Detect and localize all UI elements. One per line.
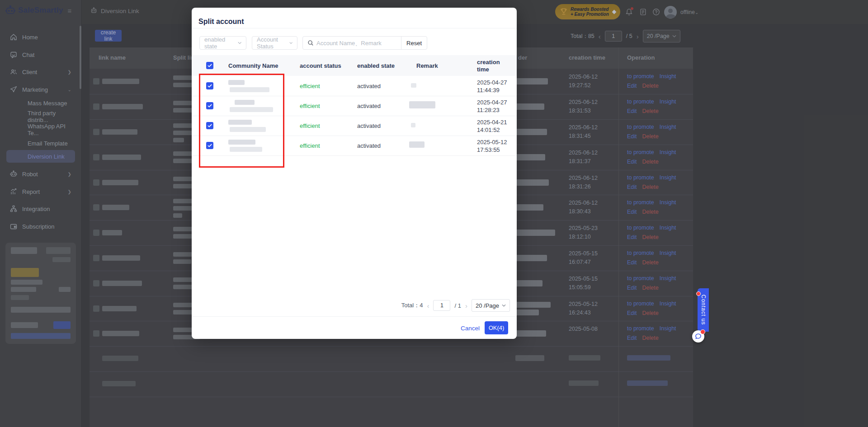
redacted-remark <box>409 101 435 108</box>
creation-time: 2025-05-1217:53:55 <box>477 138 507 154</box>
enabled-state: activated <box>357 83 381 89</box>
chat-icon <box>695 333 702 340</box>
split-account-modal: Split account enabled state Account Stat… <box>192 8 517 339</box>
divider <box>192 316 517 317</box>
search-input[interactable] <box>314 40 401 47</box>
page-size-select[interactable]: 20 /Page <box>472 299 510 312</box>
col-enabled-state: enabled state <box>357 62 395 69</box>
account-status: efficient <box>300 142 320 149</box>
redacted-remark <box>411 123 415 127</box>
prev-page-icon[interactable]: ‹ <box>427 302 429 309</box>
divider <box>192 28 517 28</box>
enabled-state: activated <box>357 103 381 109</box>
col-account-status: account status <box>300 62 341 69</box>
search-box: Reset <box>302 36 427 50</box>
cancel-button[interactable]: Cancel <box>458 324 482 332</box>
chevron-down-icon <box>238 42 241 44</box>
col-community-name: Community Name <box>228 62 278 69</box>
modal-pagination: Total：4 ‹ / 1 › 20 /Page <box>401 299 510 312</box>
select-placeholder: enabled state <box>204 36 238 50</box>
enabled-state-select[interactable]: enabled state <box>199 36 246 50</box>
ok-button[interactable]: OK(4) <box>485 321 508 334</box>
account-status: efficient <box>300 83 320 89</box>
highlight-rectangle <box>199 74 284 168</box>
chat-notification-dot <box>700 329 705 334</box>
select-placeholder: Account Status <box>257 36 289 50</box>
account-status-select[interactable]: Account Status <box>252 36 297 50</box>
total-label: Total：4 <box>401 301 423 310</box>
select-all-checkbox[interactable] <box>206 62 213 69</box>
col-remark: Remark <box>416 62 438 69</box>
search-icon <box>303 40 314 46</box>
account-status: efficient <box>300 103 320 109</box>
enabled-state: activated <box>357 122 381 129</box>
creation-time: 2025-04-2114:01:52 <box>477 118 507 134</box>
chevron-down-icon <box>502 304 506 307</box>
contact-notification-dot <box>696 291 701 296</box>
col-creation-time: creation time <box>477 59 506 73</box>
modal-title: Split account <box>198 18 244 26</box>
check-icon <box>208 64 212 67</box>
account-status: efficient <box>300 122 320 129</box>
redacted-remark <box>409 141 425 148</box>
redacted-remark <box>411 83 416 88</box>
enabled-state: activated <box>357 142 381 149</box>
chevron-down-icon <box>289 42 292 44</box>
modal-table-header: Community Name account status enabled st… <box>192 55 517 76</box>
reset-button[interactable]: Reset <box>401 37 427 49</box>
app-window: SaleSmartly ≡ Home Chat Client ❯ <box>0 0 868 427</box>
page-count: / 1 <box>454 302 461 309</box>
creation-time: 2025-04-2711:28:23 <box>477 99 507 114</box>
page-input[interactable] <box>433 300 450 311</box>
creation-time: 2025-04-2711:44:39 <box>477 79 507 94</box>
next-page-icon[interactable]: › <box>465 302 467 309</box>
